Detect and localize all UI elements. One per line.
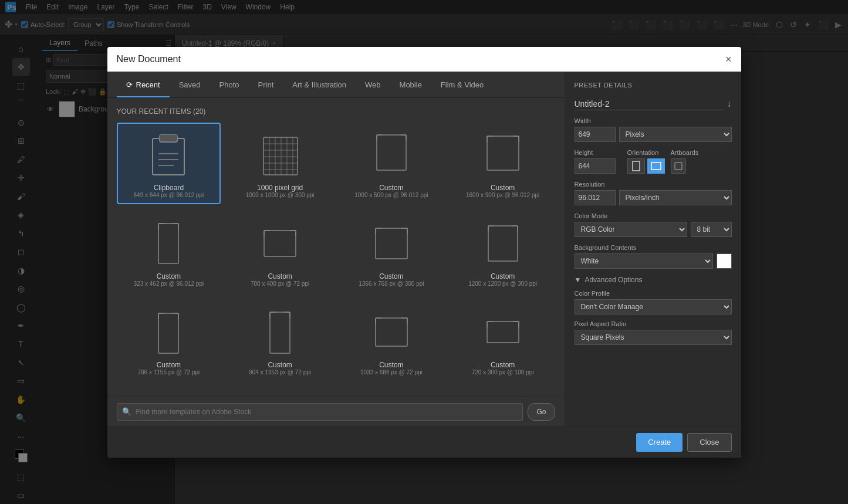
resolution-field: Resolution Pixels/Inch Pixels/Centimeter: [575, 181, 732, 205]
pixel-ratio-select[interactable]: Square Pixels D1/DV NTSC: [575, 330, 732, 345]
bg-contents-label: Background Contents: [575, 244, 732, 251]
color-mode-select[interactable]: RGB Color CMYK Color Grayscale: [575, 222, 687, 237]
dialog-left-panel: ⟳ Recent Saved Photo Print Art & Illustr…: [107, 72, 565, 427]
item-sub-1000grid: 1000 x 1000 px @ 300 ppi: [246, 192, 315, 198]
recent-icon: ⟳: [126, 80, 133, 89]
clipboard-thumb: [133, 128, 204, 181]
artboards-group: Artboards: [671, 149, 699, 174]
recent-item-custom7[interactable]: Custom 786 x 1155 px @ 72 ppi: [117, 300, 221, 381]
recent-item-custom8[interactable]: Custom 904 x 1353 px @ 72 ppi: [228, 300, 332, 381]
preset-name-input[interactable]: [575, 98, 724, 110]
item-sub-custom3: 323 x 462 px @ 96.012 ppi: [134, 280, 204, 287]
tab-print-label: Print: [258, 80, 274, 89]
item-label-custom6: Custom: [491, 272, 515, 280]
height-label: Height: [575, 149, 621, 156]
pixel-ratio-field: Pixel Aspect Ratio Square Pixels D1/DV N…: [575, 320, 732, 345]
bg-contents-select[interactable]: White Black Background Color Transparent: [575, 253, 713, 269]
artboards-toggle[interactable]: [671, 158, 686, 174]
orientation-group: Orientation: [627, 149, 665, 174]
resolution-unit-select[interactable]: Pixels/Inch Pixels/Centimeter: [619, 190, 732, 205]
width-label: Width: [575, 117, 732, 124]
close-dialog-button[interactable]: Close: [687, 433, 731, 452]
item-label-custom9: Custom: [379, 361, 403, 369]
item-label-custom5: Custom: [379, 272, 403, 280]
portrait-btn[interactable]: [627, 158, 645, 174]
svg-rect-55: [158, 313, 178, 353]
recent-item-custom4[interactable]: Custom 700 x 400 px @ 72 ppi: [228, 211, 332, 293]
save-preset-icon[interactable]: ↓: [727, 99, 732, 109]
color-mode-label: Color Mode: [575, 212, 732, 219]
item-label-custom1: Custom: [379, 184, 403, 192]
custom3-thumb: [133, 217, 204, 270]
height-field: Height: [575, 149, 621, 174]
recent-item-custom1[interactable]: Custom 1000 x 500 px @ 96.012 ppi: [339, 123, 444, 204]
resolution-input[interactable]: [575, 190, 616, 205]
tab-print[interactable]: Print: [249, 72, 283, 97]
custom8-thumb: [245, 306, 315, 358]
preset-details-header: PRESET DETAILS: [575, 82, 732, 89]
recent-item-1000grid[interactable]: 1000 pixel grid 1000 x 1000 px @ 300 ppi: [228, 123, 332, 204]
advanced-label: Advanced Options: [585, 276, 642, 284]
svg-rect-45: [376, 228, 407, 259]
bg-color-swatch[interactable]: [717, 253, 732, 269]
tab-saved[interactable]: Saved: [170, 72, 210, 97]
svg-rect-71: [633, 161, 640, 171]
tab-recent[interactable]: ⟳ Recent: [117, 72, 170, 97]
height-input[interactable]: [575, 158, 616, 174]
bit-depth-select[interactable]: 8 bit 16 bit 32 bit: [691, 222, 732, 237]
tab-web[interactable]: Web: [356, 72, 390, 97]
custom1-thumb: [356, 128, 427, 181]
recent-item-custom5[interactable]: Custom 1366 x 768 px @ 300 ppi: [339, 211, 444, 293]
width-input-row: Pixels Inches Centimeters: [575, 127, 732, 142]
width-input[interactable]: [575, 127, 616, 142]
height-orientation-row: Height Orientation: [575, 149, 732, 174]
item-sub-clipboard: 649 x 644 px @ 96.012 ppi: [134, 192, 204, 198]
recent-item-custom2[interactable]: Custom 1600 x 900 px @ 96.012 ppi: [451, 123, 555, 204]
svg-rect-50: [488, 226, 518, 261]
color-mode-input-row: RGB Color CMYK Color Grayscale 8 bit 16 …: [575, 222, 732, 237]
recent-item-clipboard[interactable]: Clipboard 649 x 644 px @ 96.012 ppi: [117, 123, 221, 204]
bg-contents-field: Background Contents White Black Backgrou…: [575, 244, 732, 269]
item-label-custom8: Custom: [268, 361, 292, 369]
recent-section-header: YOUR RECENT ITEMS (20): [117, 107, 555, 116]
item-sub-custom5: 1366 x 768 px @ 300 ppi: [359, 280, 424, 287]
landscape-btn[interactable]: [647, 158, 665, 174]
recent-item-custom6[interactable]: Custom 1200 x 1200 px @ 300 ppi: [451, 211, 555, 293]
recent-item-custom9[interactable]: Custom 1033 x 686 px @ 72 ppi: [339, 300, 444, 381]
tab-mobile-label: Mobile: [400, 80, 422, 89]
item-label-custom3: Custom: [157, 272, 181, 280]
tab-photo[interactable]: Photo: [210, 72, 249, 97]
dialog-close-btn[interactable]: ×: [725, 54, 732, 65]
dialog-overlay: New Document × ⟳ Recent Saved Photo: [0, 0, 848, 504]
dialog-title: New Document: [117, 54, 181, 65]
item-sub-custom6: 1200 x 1200 px @ 300 ppi: [468, 280, 537, 287]
recent-item-custom10[interactable]: Custom 720 x 300 px @ 100 ppi: [451, 300, 555, 381]
custom7-thumb: [133, 306, 204, 358]
advanced-toggle[interactable]: ▼ Advanced Options: [575, 276, 732, 284]
search-input[interactable]: [136, 408, 518, 416]
tab-film[interactable]: Film & Video: [431, 72, 493, 97]
item-sub-custom9: 1033 x 686 px @ 72 ppi: [360, 369, 423, 376]
tab-web-label: Web: [365, 80, 381, 89]
advanced-content: Color Profile Don't Color Manage sRGB IE…: [575, 290, 732, 345]
go-button[interactable]: Go: [528, 403, 555, 421]
item-sub-custom7: 786 x 1155 px @ 72 ppi: [137, 369, 200, 376]
svg-rect-2: [153, 138, 184, 175]
tab-art-label: Art & Illustration: [292, 80, 346, 89]
width-field: Width Pixels Inches Centimeters: [575, 117, 732, 142]
svg-rect-40: [264, 231, 296, 256]
item-label-custom4: Custom: [268, 272, 292, 280]
svg-rect-23: [377, 135, 406, 170]
item-sub-custom2: 1600 x 900 px @ 96.012 ppi: [466, 192, 539, 198]
new-document-dialog: New Document × ⟳ Recent Saved Photo: [107, 47, 741, 458]
tab-art[interactable]: Art & Illustration: [283, 72, 356, 97]
color-profile-select[interactable]: Don't Color Manage sRGB IEC61966-2.1: [575, 299, 732, 314]
recent-item-custom3[interactable]: Custom 323 x 462 px @ 96.012 ppi: [117, 211, 221, 293]
preset-name-row: ↓: [575, 98, 732, 110]
resolution-input-row: Pixels/Inch Pixels/Centimeter: [575, 190, 732, 205]
width-unit-select[interactable]: Pixels Inches Centimeters: [619, 127, 732, 142]
custom10-thumb: [468, 306, 538, 358]
preset-details-panel: PRESET DETAILS ↓ Width Pixels Inches Cen…: [565, 72, 741, 427]
create-button[interactable]: Create: [636, 433, 683, 452]
tab-mobile[interactable]: Mobile: [390, 72, 431, 97]
